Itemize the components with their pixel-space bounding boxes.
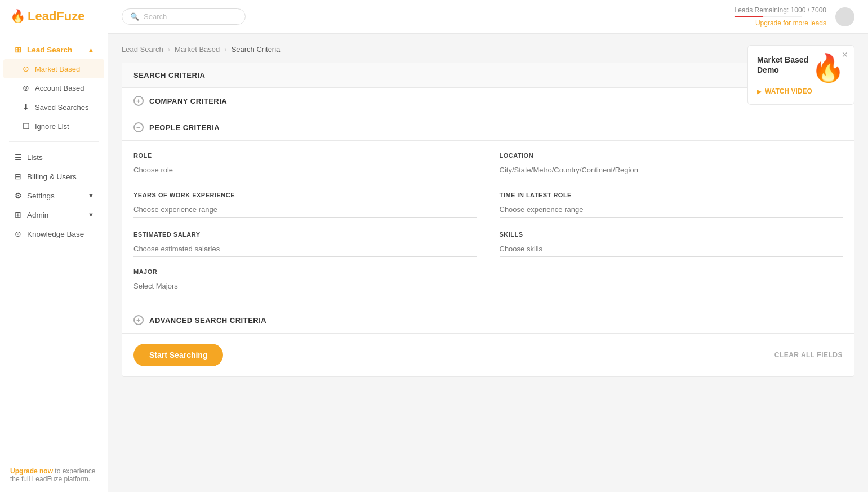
time-in-role-label: TIME IN LATEST ROLE — [500, 192, 843, 198]
salary-field: ESTIMATED SALARY — [133, 231, 477, 257]
role-input[interactable] — [133, 162, 477, 178]
years-exp-field: YEARS OF WORK EXPERIENCE — [133, 192, 477, 218]
sidebar-item-saved-searches[interactable]: ⬇ Saved Searches — [3, 97, 104, 117]
location-input[interactable] — [500, 162, 843, 178]
location-label: LOCATION — [500, 152, 843, 159]
role-field: ROLE — [133, 152, 477, 178]
role-label: ROLE — [133, 152, 477, 159]
settings-icon: ⚙ — [14, 191, 23, 200]
header: 🔍 Search Leads Remaining: 1000 / 7000 Up… — [108, 0, 868, 34]
demo-card-close-button[interactable]: ✕ — [842, 50, 848, 59]
form-grid-1: ROLE LOCATION YEARS OF WORK EXPERIENCE — [133, 152, 843, 257]
start-searching-button[interactable]: Start Searching — [133, 344, 223, 366]
salary-input[interactable] — [133, 241, 477, 257]
years-exp-input[interactable] — [133, 202, 477, 218]
market-based-icon: ⊙ — [21, 64, 30, 73]
sidebar-item-billing[interactable]: ⊟ Billing & Users — [3, 167, 104, 186]
sidebar-item-ignore-list[interactable]: ☐ Ignore List — [3, 117, 104, 136]
sidebar-label-ignore-list: Ignore List — [35, 122, 69, 131]
location-field: LOCATION — [500, 152, 843, 178]
sidebar-section-lead-search: ⊞ Lead Search ▲ ⊙ Market Based ⊚ Account… — [0, 40, 108, 136]
advanced-criteria-toggle: + — [133, 315, 144, 325]
sidebar-item-account-based[interactable]: ⊚ Account Based — [3, 78, 104, 97]
leads-label: Leads Remaining: 1000 / 7000 — [735, 6, 826, 14]
major-field: MAJOR — [133, 268, 474, 294]
breadcrumb-current: Search Criteria — [232, 45, 281, 54]
play-icon: ▶ — [757, 88, 762, 95]
chevron-up-icon: ▲ — [88, 46, 94, 53]
chevron-down-icon: ▼ — [88, 192, 94, 199]
sidebar: 🔥 LeadFuze ⊞ Lead Search ▲ ⊙ Market Base… — [0, 0, 108, 492]
lists-icon: ☰ — [14, 153, 23, 162]
sidebar-label-admin: Admin — [27, 211, 48, 219]
demo-card-title: Market Based Demo — [757, 55, 811, 75]
account-based-icon: ⊚ — [21, 83, 30, 92]
sidebar-item-market-based[interactable]: ⊙ Market Based — [3, 59, 104, 78]
main: 🔍 Search Leads Remaining: 1000 / 7000 Up… — [108, 0, 868, 492]
clear-all-button[interactable]: CLEAR ALL FIELDS — [774, 351, 843, 359]
time-in-role-input[interactable] — [500, 202, 843, 218]
sidebar-item-settings[interactable]: ⚙ Settings ▼ — [3, 186, 104, 205]
logo: 🔥 LeadFuze — [10, 9, 97, 24]
sidebar-label-billing: Billing & Users — [27, 172, 77, 181]
sidebar-footer: Upgrade now to experience the full LeadF… — [0, 458, 108, 492]
panel-header: SEARCH CRITERIA — [122, 63, 854, 88]
breadcrumb-sep-2: › — [224, 45, 226, 54]
company-criteria-toggle: + — [133, 96, 144, 106]
saved-searches-icon: ⬇ — [21, 103, 30, 112]
people-criteria-label: PEOPLE CRITERIA — [149, 123, 220, 132]
ignore-list-icon: ☐ — [21, 122, 30, 131]
sidebar-label-saved-searches: Saved Searches — [35, 103, 88, 112]
sidebar-label-account-based: Account Based — [35, 84, 84, 92]
major-input[interactable] — [133, 278, 474, 294]
upgrade-now-link[interactable]: Upgrade now — [10, 467, 53, 475]
logo-area: 🔥 LeadFuze — [0, 0, 108, 33]
sidebar-item-admin[interactable]: ⊞ Admin ▼ — [3, 205, 104, 224]
breadcrumb: Lead Search › Market Based › Search Crit… — [122, 45, 854, 54]
header-right: Leads Remaining: 1000 / 7000 Upgrade for… — [735, 6, 854, 27]
leads-bar-fill — [735, 16, 764, 17]
sidebar-divider-1 — [9, 141, 99, 142]
breadcrumb-market-based[interactable]: Market Based — [175, 45, 220, 54]
sidebar-label-lead-search: Lead Search — [27, 46, 72, 54]
logo-label: LeadFuze — [28, 9, 84, 24]
user-avatar[interactable] — [835, 7, 854, 26]
upgrade-link-header[interactable]: Upgrade for more leads — [735, 19, 826, 27]
sidebar-label-knowledge-base: Knowledge Base — [27, 230, 84, 238]
skills-label: SKILLS — [500, 231, 843, 238]
content: Lead Search › Market Based › Search Crit… — [108, 34, 868, 492]
sidebar-item-lead-search[interactable]: ⊞ Lead Search ▲ — [3, 40, 104, 59]
people-form: ROLE LOCATION YEARS OF WORK EXPERIENCE — [122, 141, 854, 307]
sidebar-item-knowledge-base[interactable]: ⊙ Knowledge Base — [3, 224, 104, 243]
salary-label: ESTIMATED SALARY — [133, 231, 477, 238]
watch-video-button[interactable]: ▶ WATCH VIDEO — [757, 87, 845, 95]
billing-icon: ⊟ — [14, 172, 23, 181]
skills-field: SKILLS — [500, 231, 843, 257]
global-search[interactable]: 🔍 Search — [122, 8, 246, 25]
knowledge-base-icon: ⊙ — [14, 229, 23, 238]
years-exp-label: YEARS OF WORK EXPERIENCE — [133, 192, 477, 198]
sidebar-label-market-based: Market Based — [35, 65, 80, 73]
admin-icon: ⊞ — [14, 210, 23, 219]
leads-remaining: Leads Remaining: 1000 / 7000 Upgrade for… — [735, 6, 826, 27]
company-criteria-section[interactable]: + COMPANY CRITERIA — [122, 88, 854, 114]
breadcrumb-lead-search[interactable]: Lead Search — [122, 45, 163, 54]
panel-footer: Start Searching CLEAR ALL FIELDS — [122, 334, 854, 376]
skills-input[interactable] — [500, 241, 843, 257]
advanced-criteria-label: ADVANCED SEARCH CRITERIA — [149, 316, 266, 325]
people-criteria-toggle: − — [133, 122, 144, 132]
sidebar-nav: ⊞ Lead Search ▲ ⊙ Market Based ⊚ Account… — [0, 33, 108, 458]
logo-flame-icon: 🔥 — [10, 9, 25, 24]
demo-flame-icon: 🔥 — [811, 55, 845, 82]
leads-bar — [735, 16, 802, 17]
sidebar-label-settings: Settings — [27, 192, 55, 200]
watch-video-label: WATCH VIDEO — [765, 87, 812, 95]
lead-search-icon: ⊞ — [14, 45, 23, 54]
sidebar-item-lists[interactable]: ☰ Lists — [3, 148, 104, 167]
advanced-criteria-section[interactable]: + ADVANCED SEARCH CRITERIA — [122, 307, 854, 334]
search-placeholder: Search — [144, 12, 167, 21]
demo-card: ✕ Market Based Demo 🔥 ▶ WATCH VIDEO — [747, 45, 854, 105]
breadcrumb-sep-1: › — [168, 45, 170, 54]
major-label: MAJOR — [133, 268, 474, 275]
people-criteria-section[interactable]: − PEOPLE CRITERIA — [122, 114, 854, 141]
